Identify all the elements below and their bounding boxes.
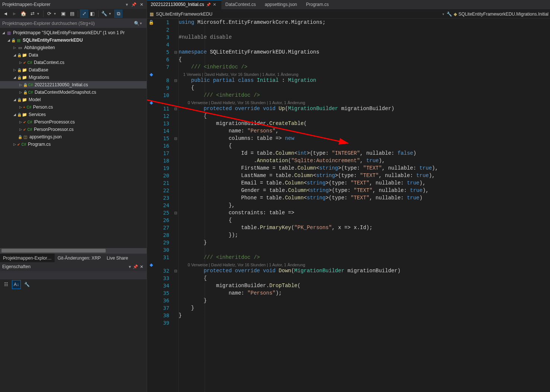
expand-icon[interactable]: ▷ bbox=[18, 83, 23, 87]
properties-object-selector[interactable] bbox=[0, 271, 147, 279]
expand-icon[interactable]: ▷ bbox=[18, 61, 23, 64]
tab-initial[interactable]: 20221221130050_Initial.cs 📌 ✕ bbox=[147, 0, 221, 9]
scrollbar-thumb[interactable] bbox=[1, 249, 106, 253]
csharp-file-icon: C# bbox=[28, 82, 33, 88]
expand-icon[interactable]: ◢ bbox=[1, 31, 6, 35]
line-number-gutter: 1234567891011121314151617181920212223242… bbox=[155, 19, 173, 392]
close-icon[interactable]: ✕ bbox=[138, 264, 144, 270]
search-icon[interactable]: 🔍 bbox=[133, 21, 140, 26]
expand-icon[interactable]: ▷ bbox=[18, 120, 23, 124]
switch-views-icon[interactable]: ⇄ bbox=[28, 10, 36, 18]
codelens[interactable]: 1 Verweis | David Halletz, Vor 16 Stunde… bbox=[179, 71, 550, 77]
expand-icon[interactable]: ◢ bbox=[6, 38, 11, 42]
properties-icon[interactable]: 🔧 bbox=[100, 10, 108, 18]
tab-label: appsettings.json bbox=[265, 2, 297, 7]
lock-icon: 🔒 bbox=[17, 68, 22, 72]
margin-gutter: 🔒 ◆ ◆ ◆ bbox=[147, 19, 155, 392]
csharp-file-icon: C# bbox=[27, 60, 33, 65]
folder-database-node[interactable]: ▷ 🔒 📁 DataBase bbox=[0, 66, 147, 74]
expand-icon[interactable]: ◢ bbox=[12, 53, 17, 57]
window-position-icon[interactable]: ▼ bbox=[128, 265, 132, 269]
expand-icon[interactable]: ▷ bbox=[12, 68, 17, 72]
editor-tabbar: 20221221130050_Initial.cs 📌 ✕ DataContex… bbox=[147, 0, 550, 10]
code-area[interactable]: using Microsoft.EntityFrameworkCore.Migr… bbox=[178, 19, 550, 392]
expand-icon[interactable]: ▷ bbox=[18, 105, 23, 109]
window-position-icon[interactable]: ▼ bbox=[125, 3, 129, 7]
expand-icon[interactable]: ◢ bbox=[12, 75, 17, 79]
reference-margin-icon[interactable]: ◆ bbox=[147, 71, 155, 78]
solution-tree: ◢ ▥ Projektmappe "SQLiteEntityFrameworkE… bbox=[0, 28, 147, 248]
file-appsettings-node[interactable]: 🔒 ◫ appsettings.json bbox=[0, 133, 147, 141]
folder-services-node[interactable]: ◢ 🔒 📁 Services bbox=[0, 111, 147, 118]
expand-icon[interactable]: ◢ bbox=[12, 98, 17, 102]
solution-node[interactable]: ◢ ▥ Projektmappe "SQLiteEntityFrameworkE… bbox=[0, 29, 147, 36]
refresh-dropdown-icon[interactable]: ▾ bbox=[54, 12, 58, 16]
code-editor[interactable]: 🔒 ◆ ◆ ◆ 12345678910111213141516171819202… bbox=[147, 19, 550, 392]
refresh-icon[interactable]: ⟳ bbox=[45, 10, 53, 18]
view-dropdown-icon[interactable]: ▾ bbox=[37, 12, 42, 16]
folder-data-node[interactable]: ◢ 🔒 📁 Data bbox=[0, 51, 147, 59]
pin-icon[interactable]: 📌 bbox=[131, 1, 137, 7]
close-icon[interactable]: ✕ bbox=[138, 1, 144, 7]
checkmark-icon: ✔ bbox=[23, 120, 27, 124]
solution-explorer-header: Projektmappen-Explorer ▼ 📌 ✕ bbox=[0, 0, 147, 9]
file-snapshot-node[interactable]: ▷ 🔒 C# DataContextModelSnapshot.cs bbox=[0, 89, 147, 96]
sync-active-doc-icon[interactable]: ⤢ bbox=[80, 10, 88, 18]
property-pages-icon[interactable]: 🔧 bbox=[22, 280, 31, 289]
filter-icon[interactable]: ⧉ bbox=[114, 10, 122, 18]
expand-icon[interactable]: ▷ bbox=[12, 46, 17, 49]
expand-icon[interactable]: ▷ bbox=[12, 142, 17, 146]
expand-icon[interactable]: ◢ bbox=[12, 113, 17, 116]
codelens[interactable]: 0 Verweise | David Halletz, Vor 16 Stund… bbox=[179, 99, 550, 105]
tab-git-changes[interactable]: Git-Änderungen: XRP bbox=[55, 254, 104, 262]
tab-program[interactable]: Program.cs bbox=[302, 0, 334, 9]
file-datacontext-node[interactable]: ▷ ✔ C# DataContext.cs bbox=[0, 59, 147, 66]
expand-icon[interactable]: ▷ bbox=[18, 90, 23, 94]
dependencies-icon: ▭ bbox=[17, 45, 23, 51]
search-dropdown-icon[interactable]: ▾ bbox=[140, 21, 144, 25]
tab-appsettings[interactable]: appsettings.json bbox=[261, 0, 303, 9]
json-file-icon: ◫ bbox=[22, 134, 28, 140]
nav-left[interactable]: ▦ SQLiteEntityFrameworkEDU bbox=[148, 12, 440, 17]
properties-header: Eigenschaften ▼ 📌 ✕ bbox=[0, 262, 147, 271]
file-person-node[interactable]: ▷ + C# Person.cs bbox=[0, 103, 147, 111]
codelens[interactable]: 0 Verweise | David Halletz, Vor 16 Stund… bbox=[179, 261, 550, 267]
reference-margin-icon[interactable]: ◆ bbox=[147, 261, 155, 269]
reference-margin-icon[interactable]: ◆ bbox=[147, 99, 155, 106]
expand-icon[interactable]: ▷ bbox=[18, 128, 23, 131]
tab-label: 20221221130050_Initial.cs bbox=[151, 2, 204, 7]
close-icon[interactable]: ✕ bbox=[213, 2, 216, 7]
home-icon[interactable]: 🏠 bbox=[19, 10, 28, 18]
tab-datacontext[interactable]: DataContext.cs bbox=[221, 0, 261, 9]
pin-icon[interactable]: 📌 bbox=[206, 3, 211, 7]
horizontal-scrollbar[interactable] bbox=[0, 248, 147, 253]
categorized-icon[interactable]: ☷ bbox=[1, 280, 10, 289]
file-personproc-node[interactable]: ▷ ✔ C# PersonProcessor.cs bbox=[0, 126, 147, 133]
explorer-search[interactable]: Projektmappen-Explorer durchsuchen (Strg… bbox=[0, 19, 147, 28]
alphabetical-icon[interactable]: A↓ bbox=[12, 280, 21, 289]
pin-icon[interactable]: 📌 bbox=[132, 264, 138, 270]
lock-icon: 🔒 bbox=[17, 53, 22, 57]
tab-live-share[interactable]: Live Share bbox=[104, 254, 131, 262]
show-all-files-icon[interactable]: ▤ bbox=[68, 10, 76, 18]
file-initial-node[interactable]: ▷ 🔒 C# 20221221130050_Initial.cs bbox=[0, 81, 147, 89]
file-program-node[interactable]: ▷ ✔ C# Program.cs bbox=[0, 141, 147, 148]
properties-dropdown-icon[interactable]: ▾ bbox=[109, 12, 113, 16]
folder-model-node[interactable]: ◢ 🔒 📁 Model bbox=[0, 96, 147, 103]
solution-explorer-panel: Projektmappen-Explorer ▼ 📌 ✕ ◄ ► 🏠 ⇄ ▾ ⟳… bbox=[0, 0, 147, 392]
lock-icon: 🔒 bbox=[17, 98, 22, 102]
dropdown-icon[interactable]: ▾ bbox=[440, 12, 447, 16]
preview-icon[interactable]: ◧ bbox=[88, 10, 96, 18]
nav-right[interactable]: 🔧 ◆ SQLiteEntityFrameworkEDU.Migrations.… bbox=[447, 12, 549, 17]
project-node[interactable]: ◢ 🔒 ▦ SQLiteEntityFrameworkEDU bbox=[0, 36, 147, 44]
back-icon[interactable]: ◄ bbox=[1, 10, 10, 18]
forward-icon[interactable]: ► bbox=[10, 10, 19, 18]
tab-solution-explorer[interactable]: Projektmappen-Explor… bbox=[0, 254, 55, 262]
folder-icon: 📁 bbox=[22, 74, 28, 80]
collapse-all-icon[interactable]: ▣ bbox=[59, 10, 67, 18]
navigation-bar: ▦ SQLiteEntityFrameworkEDU ▾ 🔧 ◆ SQLiteE… bbox=[147, 10, 550, 19]
file-ipersonproc-node[interactable]: ▷ ✔ C# IPersonProcessor.cs bbox=[0, 118, 147, 126]
lock-icon: 🔒 bbox=[17, 75, 22, 80]
dependencies-node[interactable]: ▷ ▭ Abhängigkeiten bbox=[0, 44, 147, 51]
folder-migrations-node[interactable]: ◢ 🔒 📁 Migrations bbox=[0, 74, 147, 81]
